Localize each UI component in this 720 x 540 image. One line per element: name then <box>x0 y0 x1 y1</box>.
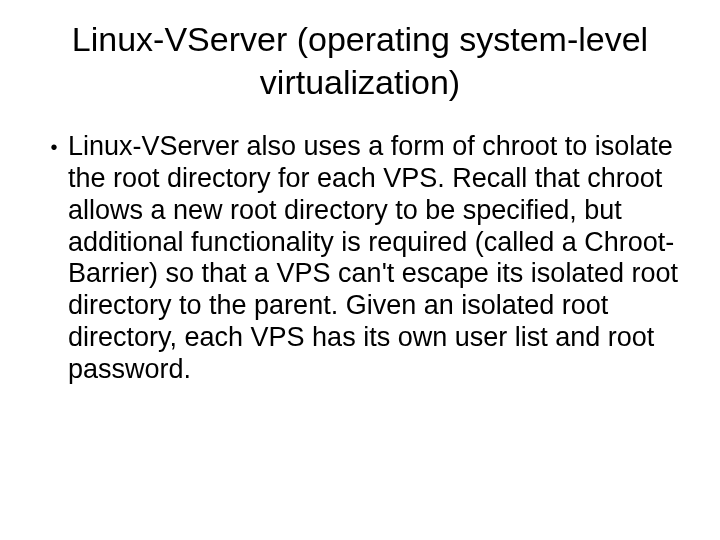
bullet-text: Linux-VServer also uses a form of chroot… <box>68 131 680 386</box>
bullet-dot-icon: • <box>40 131 68 163</box>
slide: Linux-VServer (operating system-level vi… <box>0 0 720 540</box>
slide-title: Linux-VServer (operating system-level vi… <box>40 18 680 103</box>
slide-body: • Linux-VServer also uses a form of chro… <box>40 131 680 386</box>
bullet-item: • Linux-VServer also uses a form of chro… <box>40 131 680 386</box>
